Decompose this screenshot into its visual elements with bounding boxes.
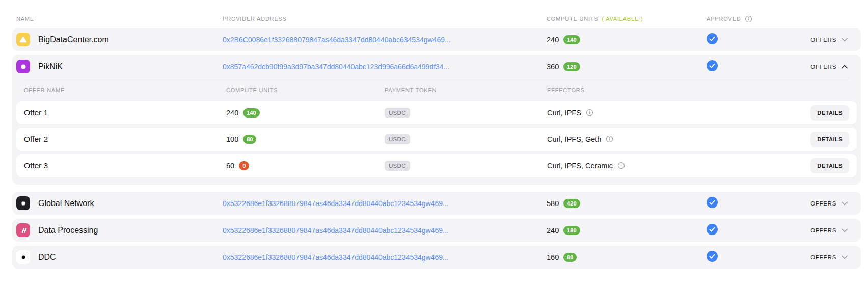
available-header-label: ( AVAILABLE ) [602, 16, 643, 22]
offer-row: Offer 2 100 80 USDC Curl, IPFS, Geth DET… [16, 128, 857, 151]
payment-token-badge: USDC [385, 134, 410, 144]
offers-toggle[interactable]: OFFERS [795, 37, 861, 43]
column-header-compute-units: COMPUTE UNITS ( AVAILABLE ) [547, 16, 707, 22]
dot-white-icon [16, 250, 30, 264]
column-header-offer-name: OFFER NAME [24, 87, 226, 93]
effectors-list: Curl, IPFS [547, 109, 581, 117]
approved-check-icon [707, 224, 718, 237]
column-header-approved: APPROVED [707, 15, 795, 23]
provider-name: PikNiK [38, 62, 63, 71]
compute-units-value: 580 [547, 199, 559, 208]
available-units-badge: 80 [563, 253, 577, 262]
provider-name: Data Processing [38, 226, 98, 235]
chevron-down-icon [842, 38, 848, 42]
provider-address-link[interactable]: 0x5322686e1f332688079847as46da3347dd8044… [223, 253, 449, 261]
offers-toggle[interactable]: OFFERS [795, 200, 861, 207]
offer-name: Offer 3 [24, 161, 48, 170]
provider-row: PikNiK 0x857a462dcb90f99a3d97ba347dd8044… [12, 55, 861, 78]
info-icon[interactable] [745, 15, 752, 23]
chevron-down-icon [842, 201, 848, 206]
offer-name: Offer 1 [24, 108, 48, 118]
available-units-badge: 180 [563, 226, 580, 235]
offers-toggle[interactable]: OFFERS [795, 227, 861, 233]
chevron-down-icon [842, 255, 848, 259]
compute-units-value: 240 [547, 36, 559, 44]
payment-token-badge: USDC [385, 108, 410, 118]
offer-available-badge: 0 [239, 161, 249, 170]
circle-purple-icon [16, 60, 30, 73]
available-units-badge: 420 [563, 199, 580, 208]
offer-compute-units-value: 60 [226, 162, 234, 170]
chevron-down-icon [842, 228, 848, 232]
approved-check-icon [707, 251, 718, 264]
approved-header-label: APPROVED [707, 16, 741, 22]
offers-toggle-label: OFFERS [810, 37, 836, 43]
offers-header-row: OFFER NAME COMPUTE UNITS PAYMENT TOKEN E… [12, 78, 861, 101]
provider-row: DDC 0x5322686e1f332688079847as46da3347dd… [12, 246, 861, 269]
provider-name: BigDataCenter.com [38, 35, 109, 44]
payment-token-badge: USDC [385, 161, 410, 171]
offer-row: Offer 3 60 0 USDC Curl, IPFS, Ceramic DE… [16, 154, 857, 177]
offer-available-badge: 80 [243, 135, 256, 144]
offers-toggle[interactable]: OFFERS [795, 64, 861, 70]
effectors-list: Curl, IPFS, Geth [547, 135, 601, 143]
offers-toggle-label: OFFERS [810, 227, 836, 233]
providers-table: NAME PROVIDER ADDRESS COMPUTE UNITS ( AV… [0, 0, 868, 269]
compute-units-value: 360 [547, 63, 559, 71]
provider-name: DDC [38, 253, 56, 262]
compute-units-header-label: COMPUTE UNITS [547, 16, 598, 22]
column-header-offer-compute-units: COMPUTE UNITS [226, 87, 385, 93]
provider-address-link[interactable]: 0x5322686e1f332688079847as46da3347dd8044… [223, 199, 449, 208]
details-button[interactable]: DETAILS [810, 105, 849, 121]
approved-check-icon [707, 33, 718, 46]
offers-toggle-label: OFFERS [810, 200, 836, 207]
chevron-up-icon [842, 65, 848, 69]
offer-compute-units-value: 100 [226, 135, 238, 143]
triangle-yellow-icon [16, 33, 30, 46]
offer-name: Offer 2 [24, 135, 48, 144]
info-icon[interactable] [606, 135, 613, 143]
square-black-icon [16, 196, 30, 210]
column-header-name: NAME [12, 16, 223, 22]
details-button[interactable]: DETAILS [810, 158, 849, 173]
offers-toggle[interactable]: OFFERS [795, 254, 861, 260]
offers-toggle-label: OFFERS [810, 254, 836, 260]
table-header-row: NAME PROVIDER ADDRESS COMPUTE UNITS ( AV… [12, 10, 861, 28]
column-header-effectors: EFFECTORS [547, 87, 861, 93]
provider-row: BigDataCenter.com 0x2B6C0086e1f332688079… [12, 28, 861, 51]
offers-toggle-label: OFFERS [810, 64, 836, 70]
info-icon[interactable] [617, 162, 625, 169]
column-header-payment-token: PAYMENT TOKEN [385, 87, 547, 93]
provider-address-link[interactable]: 0x857a462dcb90f99a3d97ba347dd80440abc123… [223, 63, 449, 71]
available-units-badge: 140 [563, 35, 580, 44]
offer-compute-units-value: 240 [226, 109, 238, 117]
provider-address-link[interactable]: 0x2B6C0086e1f332688079847as46da3347dd804… [223, 36, 451, 44]
compute-units-value: 240 [547, 226, 559, 235]
available-units-badge: 120 [563, 62, 580, 71]
offer-available-badge: 140 [243, 108, 259, 118]
compute-units-value: 160 [547, 253, 559, 261]
provider-name: Global Network [38, 199, 94, 208]
provider-row: Data Processing 0x5322686e1f332688079847… [12, 219, 861, 242]
approved-check-icon [707, 60, 718, 73]
expanded-provider-card: PikNiK 0x857a462dcb90f99a3d97ba347dd8044… [12, 55, 861, 185]
offer-row: Offer 1 240 140 USDC Curl, IPFS DETAILS [16, 101, 857, 124]
details-button[interactable]: DETAILS [810, 132, 849, 147]
slashes-pink-icon [16, 223, 30, 237]
provider-address-link[interactable]: 0x5322686e1f332688079847as46da3347dd8044… [223, 226, 449, 235]
column-header-provider-address: PROVIDER ADDRESS [223, 16, 547, 22]
provider-row: Global Network 0x5322686e1f332688079847a… [12, 192, 861, 215]
info-icon[interactable] [586, 109, 593, 116]
approved-check-icon [707, 197, 718, 210]
effectors-list: Curl, IPFS, Ceramic [547, 162, 613, 170]
